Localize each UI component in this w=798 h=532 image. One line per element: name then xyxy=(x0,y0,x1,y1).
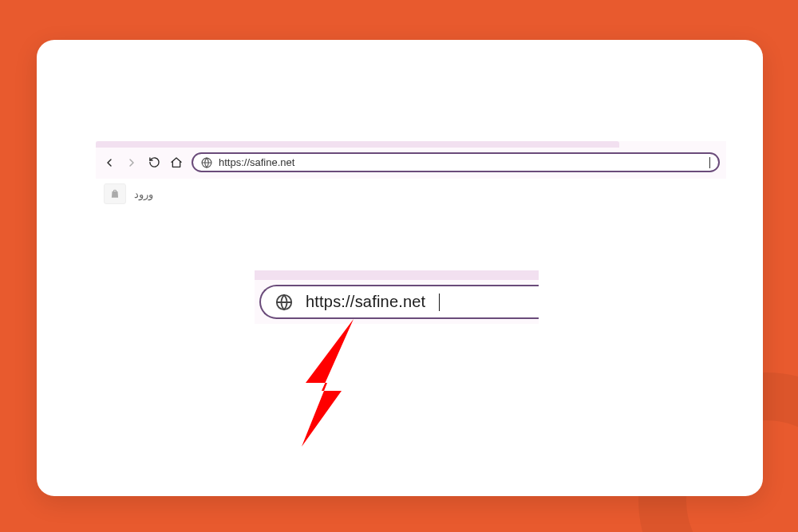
reload-icon xyxy=(148,156,160,168)
bookmark-label[interactable]: ورود xyxy=(134,188,153,200)
browser-chrome: ورود xyxy=(96,141,726,212)
home-button[interactable] xyxy=(169,156,184,170)
arrow-left-icon xyxy=(103,156,116,169)
home-icon xyxy=(170,156,183,169)
bookmarks-bar: ورود xyxy=(96,179,726,212)
browser-toolbar xyxy=(96,148,726,179)
zoom-url-text: https://safine.net xyxy=(306,293,425,311)
globe-icon xyxy=(275,294,293,311)
reload-button[interactable] xyxy=(147,156,161,170)
annotation-cursor-arrow-icon xyxy=(266,311,385,463)
svg-marker-4 xyxy=(302,319,354,447)
bookmark-favicon[interactable] xyxy=(104,183,126,204)
bag-icon xyxy=(109,188,120,199)
globe-icon xyxy=(201,157,212,168)
address-input[interactable] xyxy=(219,156,706,168)
text-caret xyxy=(439,294,440,311)
tab-strip-accent xyxy=(96,141,619,148)
screenshot-card: ورود https://safine.net xyxy=(37,40,763,496)
address-bar[interactable] xyxy=(192,152,720,172)
forward-button[interactable] xyxy=(124,156,139,170)
text-caret xyxy=(709,157,710,168)
arrow-right-icon xyxy=(125,156,138,169)
back-button[interactable] xyxy=(102,156,117,170)
